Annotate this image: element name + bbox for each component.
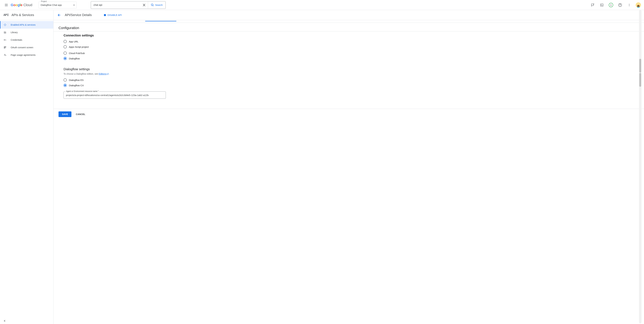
- sidebar-item-label: Library: [11, 31, 18, 34]
- divider: [54, 31, 644, 31]
- avatar-icon: [636, 2, 641, 8]
- library-icon: [4, 31, 6, 34]
- editions-link[interactable]: Editions: [99, 73, 106, 75]
- api-mark-icon: API: [4, 13, 9, 17]
- dialogflow-helper-text: To choose a Dialogflow edition, see Edit…: [64, 73, 644, 75]
- account-button[interactable]: [635, 2, 642, 8]
- sidebar-item-label: Enabled APIs & services: [11, 23, 36, 26]
- page-title: API/Service Details: [65, 13, 92, 17]
- radio-icon: [64, 51, 67, 55]
- svg-point-10: [5, 48, 6, 48]
- sidebar-title-text: APIs & Services: [12, 13, 34, 17]
- radio-label: Apps Script project: [69, 45, 89, 48]
- svg-rect-8: [5, 46, 6, 47]
- radio-apps-script[interactable]: Apps Script project: [64, 44, 644, 49]
- help-icon: [618, 3, 622, 7]
- cloud-shell-button[interactable]: [599, 2, 605, 8]
- sidebar-item-enabled-apis[interactable]: Enabled APIs & services: [0, 21, 53, 28]
- radio-app-url[interactable]: App URL: [64, 39, 644, 44]
- radio-dialogflow-cx[interactable]: Dialogflow CX: [64, 83, 644, 88]
- chevron-left-icon: [4, 319, 6, 323]
- search-input[interactable]: [91, 3, 140, 6]
- svg-point-4: [629, 5, 629, 5]
- search-box: Search: [91, 1, 166, 9]
- svg-point-11: [6, 55, 6, 56]
- resource-name-field: Agent or Environment resource name *: [64, 91, 166, 99]
- caret-down-icon: ▾: [74, 4, 74, 6]
- help-button[interactable]: [617, 2, 623, 8]
- radio-label: App URL: [69, 40, 78, 43]
- search-clear-button[interactable]: [140, 1, 148, 9]
- logo-google: Google: [11, 3, 22, 7]
- radio-icon: [64, 84, 67, 87]
- sidebar-title: API APIs & Services: [0, 10, 53, 20]
- project-picker[interactable]: Project Dialogflow Chat app ▾: [38, 1, 76, 8]
- sidebar-item-oauth-consent[interactable]: OAuth consent screen: [0, 44, 53, 51]
- collapse-sidebar-button[interactable]: [4, 319, 6, 323]
- radio-icon: [64, 40, 67, 43]
- search-icon: [151, 3, 154, 6]
- svg-rect-1: [600, 4, 603, 6]
- notifications-button[interactable]: 1: [608, 2, 614, 8]
- dialogflow-edition-radio-group: Dialogflow ES Dialogflow CX: [64, 77, 644, 88]
- svg-point-6: [4, 39, 5, 40]
- scrollbar-thumb[interactable]: [639, 59, 641, 73]
- scrollbar-track[interactable]: [639, 10, 642, 323]
- more-vert-icon: [628, 3, 631, 6]
- arrow-back-icon: [57, 13, 61, 17]
- radio-cloud-pubsub[interactable]: Cloud Pub/Sub: [64, 50, 644, 56]
- connection-type-radio-group: App URL Apps Script project Cloud Pub/Su…: [64, 39, 644, 61]
- radio-label: Cloud Pub/Sub: [69, 52, 85, 54]
- stop-icon: [104, 14, 106, 16]
- radio-dialogflow-es[interactable]: Dialogflow ES: [64, 77, 644, 83]
- sidebar-item-library[interactable]: Library: [0, 28, 53, 36]
- notification-badge: 1: [609, 3, 613, 7]
- menu-icon: [4, 3, 8, 7]
- radio-dialogflow[interactable]: Dialogflow: [64, 56, 644, 61]
- search-button-label: Search: [155, 3, 163, 6]
- disable-api-button[interactable]: DISABLE API: [104, 14, 122, 16]
- dialogflow-settings-title: Dialogflow settings: [64, 67, 644, 71]
- page-usage-icon: [4, 53, 6, 56]
- sidebar-item-label: Page usage agreements: [11, 54, 36, 56]
- save-button[interactable]: SAVE: [58, 111, 72, 117]
- radio-label: Dialogflow: [69, 57, 80, 60]
- sidebar-item-page-usage[interactable]: Page usage agreements: [0, 51, 53, 59]
- svg-point-5: [629, 6, 629, 6]
- project-picker-label: Project: [40, 0, 47, 2]
- resource-name-input[interactable]: [64, 91, 166, 99]
- radio-label: Dialogflow CX: [69, 84, 84, 87]
- radio-icon: [64, 45, 67, 48]
- project-picker-value: Dialogflow Chat app: [40, 3, 74, 6]
- feedback-icon: [591, 3, 594, 7]
- terminal-icon: [600, 3, 604, 7]
- back-button[interactable]: [57, 13, 61, 17]
- enabled-apis-icon: [4, 23, 6, 26]
- disable-api-label: DISABLE API: [108, 14, 122, 16]
- consent-icon: [4, 46, 6, 49]
- feedback-button[interactable]: [590, 2, 596, 8]
- more-button[interactable]: [626, 2, 632, 8]
- external-link-icon: [107, 73, 109, 75]
- connection-settings-title: Connection settings: [64, 34, 644, 37]
- resource-name-label: Agent or Environment resource name *: [66, 90, 99, 92]
- scrollbar-thumb[interactable]: [639, 73, 641, 87]
- cancel-button[interactable]: CANCEL: [76, 113, 85, 115]
- logo-cloud-text: Cloud: [24, 3, 32, 7]
- radio-label: Dialogflow ES: [69, 79, 84, 81]
- svg-point-3: [629, 4, 629, 4]
- svg-point-0: [151, 4, 153, 6]
- svg-rect-7: [4, 46, 5, 47]
- hamburger-menu[interactable]: [2, 1, 10, 9]
- key-icon: [4, 38, 6, 41]
- sidebar-item-label: OAuth consent screen: [11, 46, 33, 49]
- close-icon: [143, 3, 146, 6]
- radio-icon: [64, 57, 67, 60]
- logo[interactable]: Google Cloud: [11, 3, 32, 7]
- configuration-title: Configuration: [58, 26, 644, 30]
- search-button[interactable]: Search: [148, 1, 166, 9]
- sidebar-item-label: Credentials: [11, 39, 22, 41]
- radio-icon: [64, 78, 67, 81]
- sidebar-item-credentials[interactable]: Credentials: [0, 36, 53, 44]
- svg-rect-9: [4, 48, 5, 48]
